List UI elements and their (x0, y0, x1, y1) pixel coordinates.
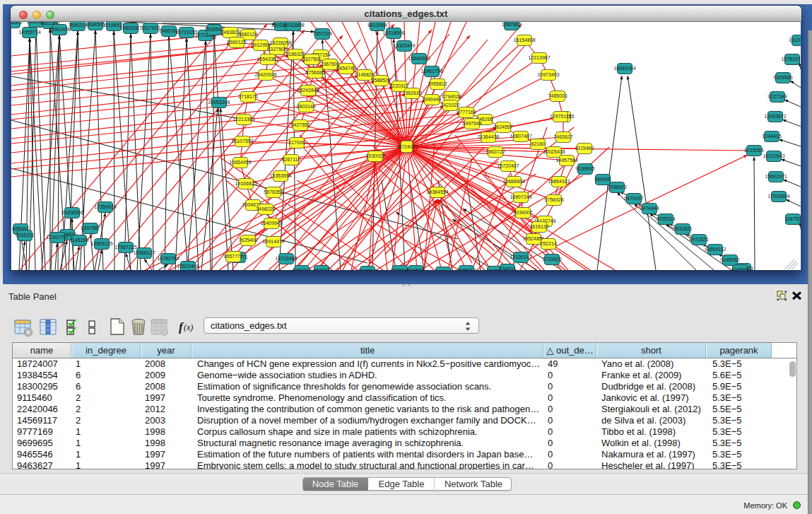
svg-text:10025438: 10025438 (543, 149, 565, 154)
svg-text:13353594: 13353594 (269, 173, 291, 178)
svg-text:8427552: 8427552 (290, 122, 310, 127)
svg-text:18640910: 18640910 (408, 56, 430, 61)
svg-text:15751074: 15751074 (781, 57, 801, 62)
svg-text:16154808: 16154808 (513, 37, 535, 42)
svg-text:10654112: 10654112 (705, 247, 726, 252)
svg-text:12823448: 12823448 (177, 264, 199, 269)
svg-text:7690214: 7690214 (68, 23, 87, 28)
svg-text:904523: 904523 (407, 268, 423, 270)
svg-text:6497548: 6497548 (462, 121, 481, 126)
svg-text:7625402: 7625402 (238, 238, 257, 243)
svg-text:9245012: 9245012 (457, 268, 476, 270)
svg-text:3624557: 3624557 (493, 124, 512, 129)
svg-text:10654955: 10654955 (229, 160, 251, 165)
svg-text:12342757: 12342757 (46, 235, 68, 240)
svg-text:15692971: 15692971 (765, 174, 787, 179)
svg-text:834501: 834501 (499, 267, 515, 270)
svg-text:9115460: 9115460 (575, 146, 594, 151)
svg-text:2087862: 2087862 (502, 22, 521, 27)
svg-text:5878352: 5878352 (264, 189, 283, 194)
svg-text:1421022: 1421022 (440, 103, 459, 107)
svg-text:2803144: 2803144 (296, 104, 315, 109)
svg-text:10653287: 10653287 (119, 25, 141, 30)
svg-text:1282344: 1282344 (292, 268, 311, 270)
svg-text:19166825: 19166825 (235, 181, 257, 186)
svg-text:9227349: 9227349 (767, 94, 787, 99)
svg-text:7863722: 7863722 (486, 149, 505, 154)
svg-text:8938923: 8938923 (607, 185, 626, 189)
svg-text:8186328: 8186328 (286, 52, 305, 57)
svg-text:1733426: 1733426 (542, 257, 561, 262)
svg-text:17957225: 17957225 (114, 245, 136, 250)
svg-text:924505: 924505 (731, 267, 748, 270)
svg-text:16033808: 16033808 (282, 23, 304, 28)
svg-text:7632621: 7632621 (673, 226, 692, 231)
svg-text:20053346: 20053346 (208, 100, 230, 105)
svg-text:19654923: 19654923 (548, 179, 570, 184)
svg-text:10973403: 10973403 (537, 72, 559, 77)
svg-text:2935114: 2935114 (657, 216, 676, 221)
svg-text:12505135: 12505135 (90, 241, 112, 246)
svg-text:16543362: 16543362 (257, 57, 278, 62)
svg-text:15720407: 15720407 (497, 163, 519, 168)
svg-text:8471626: 8471626 (689, 237, 708, 242)
svg-text:9146821: 9146821 (355, 72, 374, 77)
svg-text:964095: 964095 (594, 177, 611, 182)
svg-text:9039695: 9039695 (575, 166, 594, 171)
svg-text:2636500: 2636500 (11, 22, 23, 25)
svg-text:116753: 116753 (785, 216, 801, 221)
svg-text:17359924: 17359924 (94, 204, 116, 209)
svg-text:9034007: 9034007 (513, 210, 532, 215)
svg-text:17016504: 17016504 (767, 194, 789, 199)
svg-text:16782759: 16782759 (157, 256, 179, 261)
svg-text:10688609: 10688609 (502, 179, 524, 184)
svg-text:12975115: 12975115 (550, 114, 572, 119)
svg-text:1145190: 1145190 (70, 238, 89, 243)
svg-text:9245052: 9245052 (720, 257, 739, 262)
svg-text:9397587: 9397587 (81, 226, 100, 230)
svg-text:16409948: 16409948 (260, 221, 282, 226)
svg-text:23420046: 23420046 (254, 72, 276, 77)
svg-text:14957564: 14957564 (555, 158, 577, 163)
svg-text:252214: 252214 (540, 241, 556, 246)
svg-text:14914479: 14914479 (262, 239, 284, 244)
svg-text:2718176: 2718176 (238, 94, 257, 99)
svg-text:8267110: 8267110 (282, 157, 301, 162)
svg-text:9327501: 9327501 (302, 57, 321, 62)
svg-text:6794028: 6794028 (442, 94, 461, 99)
svg-text:10958127: 10958127 (133, 250, 155, 255)
svg-text:19384554: 19384554 (426, 189, 448, 194)
svg-text:117006: 117006 (289, 140, 305, 145)
svg-text:8215955: 8215955 (744, 148, 763, 153)
svg-text:7955812: 7955812 (428, 81, 447, 86)
svg-text:1362635: 1362635 (402, 90, 421, 95)
svg-text:18907249: 18907249 (510, 194, 531, 199)
svg-text:9329906: 9329906 (773, 75, 792, 80)
svg-text:1588520: 1588520 (371, 78, 390, 83)
svg-text:1615132: 1615132 (529, 224, 548, 229)
svg-text:9756928: 9756928 (544, 197, 563, 202)
svg-text:13325449: 13325449 (393, 43, 415, 48)
svg-text:(x): (x) (184, 322, 193, 332)
svg-text:1990444: 1990444 (422, 97, 441, 102)
svg-text:1244415: 1244415 (762, 134, 781, 139)
svg-text:9327509: 9327509 (267, 47, 286, 52)
svg-text:13716485: 13716485 (275, 256, 297, 261)
svg-text:18724007: 18724007 (396, 144, 418, 149)
svg-text:8454749: 8454749 (336, 66, 355, 71)
svg-text:82160: 82160 (531, 141, 545, 146)
svg-text:14055714: 14055714 (18, 30, 40, 35)
svg-text:1047213: 1047213 (358, 269, 377, 270)
svg-text:10807487: 10807487 (510, 134, 531, 139)
svg-text:21364436: 21364436 (477, 134, 499, 139)
svg-text:8660124: 8660124 (238, 32, 257, 37)
svg-text:14136141: 14136141 (510, 255, 531, 259)
svg-text:3498222: 3498222 (256, 206, 275, 211)
svg-text:6479197: 6479197 (624, 196, 643, 201)
svg-text:19218506: 19218506 (382, 30, 404, 35)
svg-text:20206556: 20206556 (61, 210, 83, 215)
svg-text:16644784: 16644784 (613, 66, 635, 71)
svg-text:9657772: 9657772 (223, 254, 242, 259)
svg-text:12093872: 12093872 (764, 114, 786, 119)
svg-text:20091406: 20091406 (48, 27, 70, 32)
